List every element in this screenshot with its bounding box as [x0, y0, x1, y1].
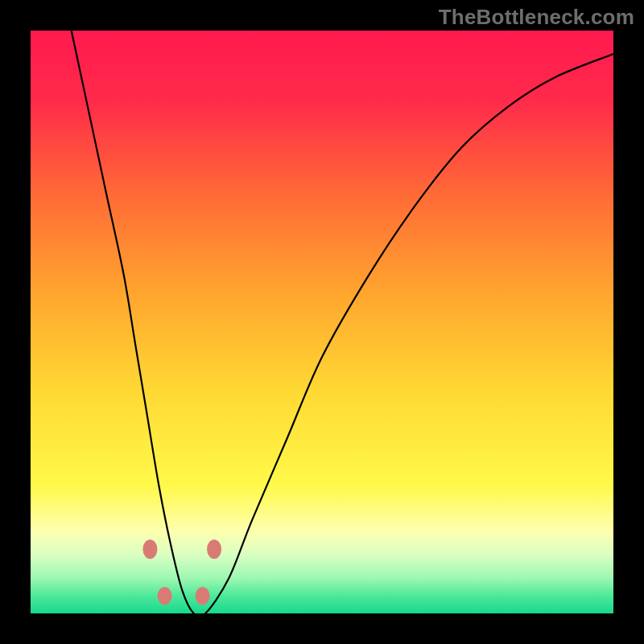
markers-group	[142, 539, 221, 605]
curve-marker	[158, 587, 172, 605]
curve-layer	[31, 31, 613, 613]
curve-marker	[196, 587, 210, 605]
curve-marker	[207, 539, 221, 559]
chart-frame: TheBottleneck.com	[0, 0, 644, 644]
watermark-text: TheBottleneck.com	[439, 5, 634, 30]
curve-marker	[142, 539, 157, 559]
plot-area	[31, 31, 613, 613]
bottleneck-curve	[72, 31, 613, 613]
